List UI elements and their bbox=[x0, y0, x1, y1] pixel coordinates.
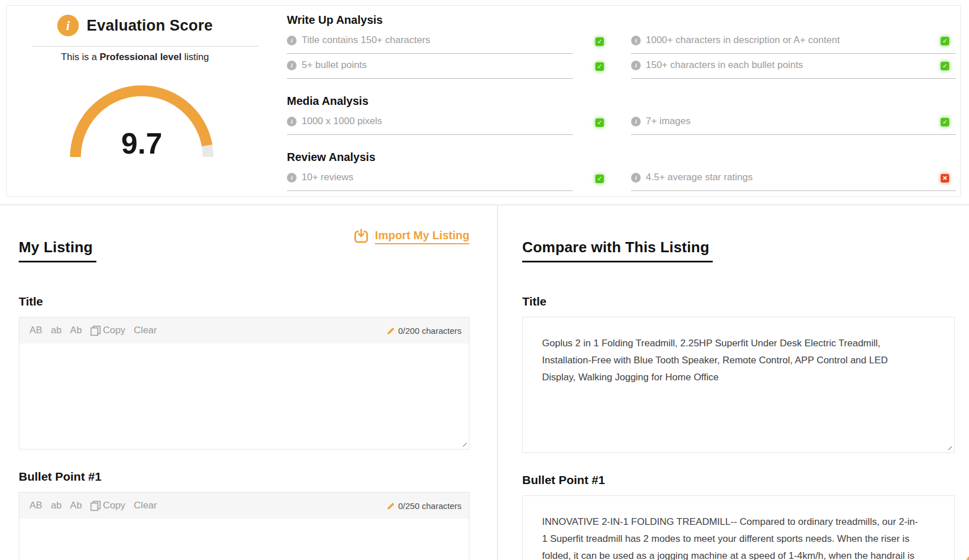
vertical-divider bbox=[497, 205, 498, 560]
bullet1-editor-toolbar: AB ab Ab Copy Clear 0/250 characters bbox=[19, 493, 469, 519]
clear-button[interactable]: Clear bbox=[134, 500, 157, 511]
compare-bullet1-text[interactable]: INNOVATIVE 2-IN-1 FOLDING TREADMILL-- Co… bbox=[523, 496, 954, 560]
status-icon bbox=[941, 62, 949, 70]
compare-title-box: Goplus 2 in 1 Folding Treadmill, 2.25HP … bbox=[522, 317, 955, 453]
info-icon[interactable] bbox=[287, 173, 297, 183]
info-icon[interactable] bbox=[631, 117, 641, 126]
level-name: Professional level bbox=[100, 52, 182, 62]
uppercase-button[interactable]: AB bbox=[29, 325, 43, 336]
analysis-label: 10+ reviews bbox=[302, 172, 353, 183]
uppercase-button[interactable]: AB bbox=[29, 500, 43, 511]
info-icon[interactable] bbox=[57, 15, 79, 36]
my-title-input[interactable] bbox=[19, 343, 469, 449]
level-suffix: listing bbox=[181, 52, 209, 62]
copy-button[interactable]: Copy bbox=[90, 500, 125, 511]
status-icon bbox=[595, 118, 604, 127]
lowercase-button[interactable]: ab bbox=[51, 325, 62, 336]
status-icon bbox=[941, 118, 949, 126]
floating-action-button[interactable] bbox=[960, 539, 969, 560]
score-gauge: 9.7 bbox=[65, 77, 218, 163]
score-gauge-pane: Evaluation Score This is a Professional … bbox=[7, 6, 263, 196]
pencil-icon bbox=[387, 326, 395, 335]
copy-icon bbox=[90, 500, 101, 511]
analysis-row: Title contains 150+ characters bbox=[287, 29, 612, 54]
copy-label: Copy bbox=[103, 325, 125, 336]
analysis-row: 1000+ characters in description or A+ co… bbox=[631, 29, 956, 54]
pencil-icon bbox=[387, 502, 395, 510]
analysis-row: 1000 x 1000 pixels bbox=[287, 110, 612, 135]
status-icon bbox=[941, 174, 949, 183]
compare-listing-column: Compare with This Listing Title Goplus 2… bbox=[522, 205, 955, 560]
compare-bullet1-label: Bullet Point #1 bbox=[522, 473, 955, 487]
score-value: 9.7 bbox=[121, 127, 162, 160]
evaluation-title-row: Evaluation Score bbox=[7, 15, 263, 36]
capitalize-button[interactable]: Ab bbox=[70, 500, 82, 511]
info-icon[interactable] bbox=[287, 36, 297, 45]
copy-button[interactable]: Copy bbox=[90, 325, 125, 336]
level-prefix: This is a bbox=[61, 52, 100, 62]
my-listing-heading: My Listing bbox=[19, 239, 96, 262]
analysis-row: 4.5+ average star ratings bbox=[631, 166, 956, 191]
copy-icon bbox=[90, 325, 101, 336]
analysis-row: 150+ characters in each bullet points bbox=[631, 54, 956, 79]
info-icon[interactable] bbox=[287, 117, 297, 126]
page: Evaluation Score This is a Professional … bbox=[0, 0, 969, 560]
analysis-label: 1000 x 1000 pixels bbox=[302, 116, 382, 127]
compare-listing-heading: Compare with This Listing bbox=[522, 239, 713, 262]
clear-button[interactable]: Clear bbox=[134, 325, 157, 336]
analysis-label: 1000+ characters in description or A+ co… bbox=[646, 35, 840, 46]
section-title-write-up: Write Up Analysis bbox=[287, 14, 956, 27]
analysis-label: 4.5+ average star ratings bbox=[646, 172, 753, 183]
compare-bullet1-box: INNOVATIVE 2-IN-1 FOLDING TREADMILL-- Co… bbox=[522, 495, 955, 560]
divider bbox=[32, 46, 259, 46]
info-icon[interactable] bbox=[631, 36, 641, 45]
analysis-grid: Write Up Analysis Title contains 150+ ch… bbox=[287, 14, 956, 191]
compare-title-text[interactable]: Goplus 2 in 1 Folding Treadmill, 2.25HP … bbox=[523, 317, 954, 452]
info-icon[interactable] bbox=[287, 61, 297, 70]
section-title-media: Media Analysis bbox=[287, 95, 956, 108]
title-counter-text: 0/200 characters bbox=[398, 326, 462, 336]
status-icon bbox=[941, 37, 949, 45]
analysis-label: 5+ bullet points bbox=[302, 60, 367, 71]
analysis-row: 10+ reviews bbox=[287, 166, 612, 191]
status-icon bbox=[595, 62, 604, 71]
analysis-label: 150+ characters in each bullet points bbox=[646, 60, 803, 71]
info-icon[interactable] bbox=[631, 173, 641, 183]
my-bullet1-input[interactable] bbox=[19, 519, 469, 560]
bullet1-char-counter: 0/250 characters bbox=[387, 501, 462, 511]
analysis-label: 7+ images bbox=[646, 116, 691, 127]
bullet1-editor: AB ab Ab Copy Clear 0/250 characters bbox=[19, 492, 469, 560]
title-char-counter: 0/200 characters bbox=[387, 326, 462, 336]
title-field-label: Title bbox=[19, 295, 469, 308]
lowercase-button[interactable]: ab bbox=[51, 500, 62, 511]
title-editor-toolbar: AB ab Ab Copy Clear 0/200 characters bbox=[19, 317, 469, 343]
section-title-review: Review Analysis bbox=[287, 151, 956, 164]
bullet1-field-label: Bullet Point #1 bbox=[19, 470, 469, 483]
import-download-icon bbox=[353, 228, 370, 245]
analysis-row: 7+ images bbox=[631, 110, 956, 135]
copy-label: Copy bbox=[103, 500, 125, 511]
evaluation-score-title: Evaluation Score bbox=[87, 17, 213, 35]
capitalize-button[interactable]: Ab bbox=[70, 325, 82, 336]
import-link-label: Import My Listing bbox=[375, 229, 469, 244]
my-listing-column: My Listing Import My Listing Title AB ab… bbox=[19, 205, 469, 560]
compare-title-label: Title bbox=[522, 295, 955, 308]
analysis-row: 5+ bullet points bbox=[287, 54, 612, 79]
status-icon bbox=[595, 175, 604, 183]
listing-level-text: This is a Professional level listing bbox=[7, 52, 263, 63]
evaluation-score-card: Evaluation Score This is a Professional … bbox=[6, 5, 961, 197]
analysis-pane: Write Up Analysis Title contains 150+ ch… bbox=[263, 6, 960, 196]
status-icon bbox=[595, 37, 604, 46]
title-editor: AB ab Ab Copy Clear 0/200 characters bbox=[19, 317, 469, 449]
bullet1-counter-text: 0/250 characters bbox=[398, 501, 462, 511]
info-icon[interactable] bbox=[631, 61, 641, 70]
analysis-label: Title contains 150+ characters bbox=[302, 35, 430, 46]
import-my-listing-button[interactable]: Import My Listing bbox=[353, 228, 469, 245]
